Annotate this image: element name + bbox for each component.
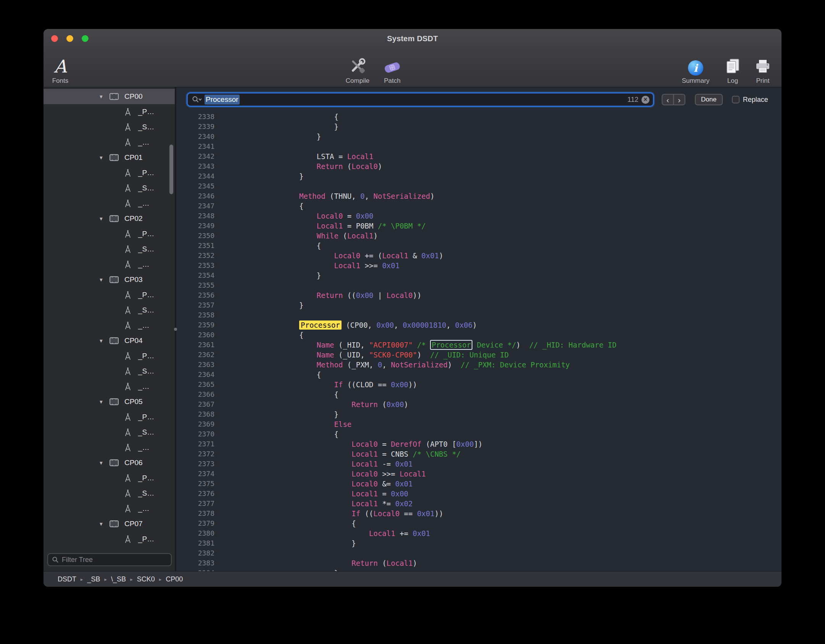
breadcrumb-item[interactable]: \_SB [111, 575, 126, 583]
clear-search-icon[interactable]: × [641, 96, 649, 104]
tree-group-row[interactable]: ▼CP04 [44, 333, 175, 348]
breadcrumb-item[interactable]: SCK0 [137, 575, 155, 583]
print-button[interactable]: Print [748, 54, 778, 85]
tree-group-row[interactable]: ▼CP00 [44, 89, 175, 104]
tree-child-row[interactable]: _… [44, 379, 175, 394]
tree-child-row[interactable]: _P… [44, 287, 175, 303]
code-line[interactable]: 2354 } [176, 270, 781, 280]
tree-group-row[interactable]: ▼CP02 [44, 211, 175, 226]
code-line[interactable]: 2350 While (Local1) [176, 231, 781, 241]
code-line[interactable]: 2358 [176, 310, 781, 320]
code-line[interactable]: 2343 Return (Local0) [176, 161, 781, 171]
disclosure-triangle-icon[interactable]: ▼ [98, 94, 105, 100]
code-line[interactable]: 2362 Name (_UID, "SCK0-CP00") // _UID: U… [176, 350, 781, 360]
code-line[interactable]: 2383 Return (Local1) [176, 558, 781, 568]
tree-child-row[interactable]: _… [44, 135, 175, 150]
code-line[interactable]: 2378 If ((Local0 == 0x01)) [176, 509, 781, 518]
code-line[interactable]: 2341 [176, 142, 781, 151]
search-menu-icon[interactable] [192, 96, 201, 103]
filter-tree-input[interactable]: Filter Tree [47, 553, 172, 566]
code-line[interactable]: 2359 Processor (CP00, 0x00, 0x00001810, … [176, 320, 781, 330]
tree-group-row[interactable]: ▼CP06 [44, 455, 175, 470]
disclosure-triangle-icon[interactable]: ▼ [98, 399, 105, 405]
tree-group-row[interactable]: ▼CP05 [44, 394, 175, 409]
disclosure-triangle-icon[interactable]: ▼ [98, 216, 105, 222]
code-line[interactable]: 2339 } [176, 122, 781, 132]
tree-group-row[interactable]: ▼CP01 [44, 150, 175, 165]
code-line[interactable]: 2381 } [176, 538, 781, 548]
code-line[interactable]: 2374 Local0 >>= Local1 [176, 469, 781, 479]
tree-child-row[interactable]: _P… [44, 165, 175, 180]
code-line[interactable]: 2357 } [176, 300, 781, 310]
breadcrumb-item[interactable]: _SB [87, 575, 100, 583]
splitter[interactable] [175, 87, 176, 571]
tree-child-row[interactable]: _S… [44, 242, 175, 257]
code-line[interactable]: 2377 Local1 *= 0x02 [176, 499, 781, 509]
next-match-button[interactable]: › [673, 95, 685, 105]
code-line[interactable]: 2356 Return ((0x00 | Local0)) [176, 290, 781, 300]
disclosure-triangle-icon[interactable]: ▼ [98, 521, 105, 527]
previous-match-button[interactable]: ‹ [662, 95, 673, 105]
disclosure-triangle-icon[interactable]: ▼ [98, 338, 105, 344]
tree-child-row[interactable]: _… [44, 196, 175, 211]
breadcrumb-item[interactable]: CP00 [166, 575, 183, 583]
code-line[interactable]: 2379 { [176, 518, 781, 528]
code-line[interactable]: 2371 Local0 = DerefOf (APT0 [0x00]) [176, 439, 781, 449]
tree-child-row[interactable]: _S… [44, 486, 175, 501]
tree-child-row[interactable]: _P… [44, 104, 175, 119]
code-line[interactable]: 2355 [176, 280, 781, 290]
close-button[interactable] [51, 35, 58, 42]
code-line[interactable]: 2338 { [176, 112, 781, 122]
code-line[interactable]: 2375 Local0 &= 0x01 [176, 479, 781, 489]
fonts-button[interactable]: A Fonts [47, 54, 73, 85]
code-line[interactable]: 2344 } [176, 171, 781, 181]
sidebar-scrollbar[interactable] [169, 145, 173, 194]
summary-button[interactable]: i Summary [675, 54, 717, 85]
code-line[interactable]: 2366 { [176, 390, 781, 399]
code-line[interactable]: 2340 } [176, 132, 781, 142]
log-button[interactable]: Log [719, 54, 746, 85]
code-line[interactable]: 2370 { [176, 429, 781, 439]
code-line[interactable]: 2376 Local1 = 0x00 [176, 489, 781, 499]
code-line[interactable]: 2349 Local1 = P0BM /* \P0BM */ [176, 221, 781, 231]
code-line[interactable]: 2367 Return (0x00) [176, 399, 781, 409]
tree-child-row[interactable]: _P… [44, 409, 175, 425]
code-line[interactable]: 2346 Method (THNU, 0, NotSerialized) [176, 191, 781, 201]
tree-child-row[interactable]: _P… [44, 470, 175, 486]
tree-child-row[interactable]: _… [44, 440, 175, 455]
tree-child-row[interactable]: _S… [44, 364, 175, 379]
tree-group-row[interactable]: ▼CP03 [44, 272, 175, 287]
tree-child-row[interactable]: _P… [44, 348, 175, 364]
find-input[interactable]: Processor 112 × [187, 92, 654, 107]
compile-button[interactable]: Compile [338, 54, 377, 85]
tree-child-row[interactable]: _S… [44, 303, 175, 318]
code-line[interactable]: 2365 If ((CLOD == 0x00)) [176, 380, 781, 390]
code-line[interactable]: 2360 { [176, 330, 781, 340]
code-editor[interactable]: 2338 {2339 }2340 }23412342 LSTA = Local1… [176, 112, 781, 571]
code-line[interactable]: 2364 { [176, 370, 781, 380]
code-line[interactable]: 2351 { [176, 241, 781, 251]
code-line[interactable]: 2361 Name (_HID, "ACPI0007" /* Processor… [176, 340, 781, 350]
tree-group-row[interactable]: ▼CP07 [44, 516, 175, 531]
code-line[interactable]: 2348 Local0 = 0x00 [176, 211, 781, 221]
minimize-button[interactable] [66, 35, 73, 42]
tree-child-row[interactable]: _… [44, 318, 175, 333]
code-line[interactable]: 2373 Local1 -= 0x01 [176, 459, 781, 469]
patch-button[interactable]: Patch [377, 54, 408, 85]
code-line[interactable]: 2384 } [176, 568, 781, 571]
code-line[interactable]: 2363 Method (_PXM, 0, NotSerialized) // … [176, 360, 781, 370]
code-line[interactable]: 2347 { [176, 201, 781, 211]
disclosure-triangle-icon[interactable]: ▼ [98, 277, 105, 283]
code-line[interactable]: 2382 [176, 548, 781, 558]
tree-child-row[interactable]: _… [44, 501, 175, 516]
breadcrumb-item[interactable]: DSDT [58, 575, 76, 583]
zoom-button[interactable] [82, 35, 89, 42]
code-line[interactable]: 2369 Else [176, 419, 781, 429]
disclosure-triangle-icon[interactable]: ▼ [98, 155, 105, 161]
tree-child-row[interactable]: _S… [44, 180, 175, 196]
tree-child-row[interactable]: _S… [44, 547, 175, 551]
code-line[interactable]: 2352 Local0 += (Local1 & 0x01) [176, 251, 781, 261]
done-button[interactable]: Done [695, 94, 723, 105]
replace-checkbox[interactable] [732, 96, 740, 103]
code-line[interactable]: 2368 } [176, 409, 781, 419]
